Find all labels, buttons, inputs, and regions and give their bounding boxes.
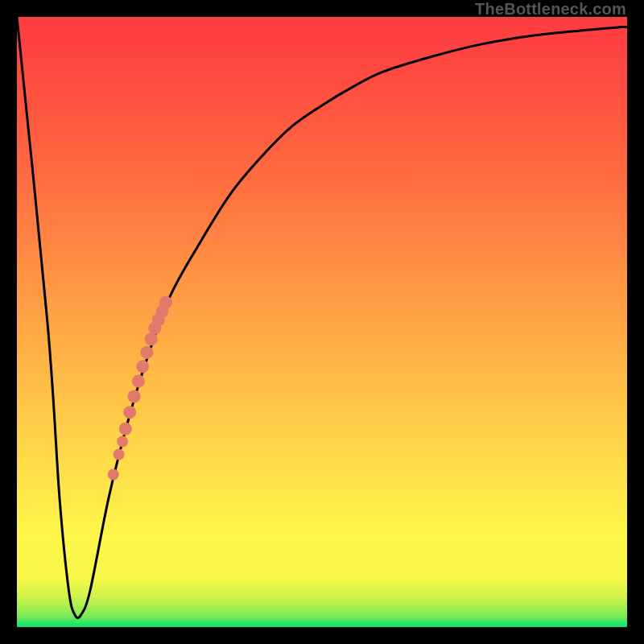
highlight-dot [123,406,136,419]
highlight-dot [128,390,141,402]
highlight-dot [140,346,153,359]
highlight-dot [159,296,172,309]
highlight-dots [108,296,172,481]
plot-gradient-area [17,17,627,627]
watermark-text: TheBottleneck.com [475,0,626,19]
highlight-dot [136,360,149,373]
highlight-dot [119,423,132,436]
highlight-dot [114,448,125,460]
plot-container: TheBottleneck.com [0,0,644,644]
highlight-dot [145,332,158,345]
highlight-dot [117,436,128,448]
highlight-dot [132,375,145,388]
highlight-dot [108,469,119,481]
dots-layer [17,17,627,627]
